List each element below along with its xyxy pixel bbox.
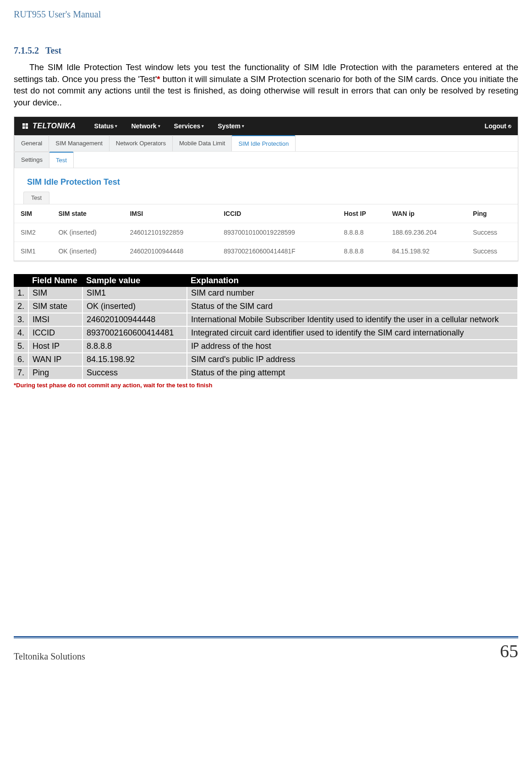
col-iccid: ICCID — [217, 204, 337, 223]
cell-sample: SIM1 — [82, 287, 187, 300]
explain-row: 4. ICCID 8937002160600414481 Integrated … — [14, 326, 518, 340]
explain-row: 3. IMSI 246020100944448 International Mo… — [14, 313, 518, 326]
cell-imsi: 246020100944448 — [123, 242, 217, 261]
cell-sample: OK (inserted) — [82, 300, 187, 313]
cell-exp: Integrated circuit card identifier used … — [187, 326, 518, 340]
cell-iccid: 89370010100019228599 — [217, 223, 337, 242]
main-tabs: General SIM Management Network Operators… — [14, 135, 518, 152]
tab-sim-management[interactable]: SIM Management — [49, 135, 110, 151]
cell-index: 4. — [14, 326, 28, 340]
cell-ping: Success — [466, 223, 518, 242]
cell-index: 3. — [14, 313, 28, 326]
col-imsi: IMSI — [123, 204, 217, 223]
cell-sample: 84.15.198.92 — [82, 353, 187, 366]
nav-label: System — [218, 122, 241, 130]
explain-row: 1. SIM SIM1 SIM card number — [14, 287, 518, 300]
cell-sample: Success — [82, 366, 187, 379]
col-wan-ip: WAN ip — [386, 204, 466, 223]
cell-field: SIM state — [28, 300, 82, 313]
nav-status[interactable]: Status▾ — [94, 122, 118, 130]
cell-sample: 8937002160600414481 — [82, 326, 187, 340]
col-index — [14, 274, 28, 287]
section-number: 7.1.5.2 — [14, 45, 39, 55]
nav-label: Status — [94, 122, 114, 130]
cell-exp: Status of the ping attempt — [187, 366, 518, 379]
footnote: *During test phase do not commit any act… — [14, 382, 518, 389]
intro-paragraph: The SIM Idle Protection Test window lets… — [14, 61, 518, 108]
cell-index: 7. — [14, 366, 28, 379]
nav-label: Network — [131, 122, 156, 130]
explanation-table: Field Name Sample value Explanation 1. S… — [14, 274, 518, 380]
cell-sample: 246020100944448 — [82, 313, 187, 326]
cell-host: 8.8.8.8 — [338, 242, 386, 261]
cell-index: 5. — [14, 340, 28, 353]
results-table: SIM SIM state IMSI ICCID Host IP WAN ip … — [14, 204, 518, 261]
table-row: SIM2 OK (inserted) 246012101922859 89370… — [14, 223, 518, 242]
cell-iccid: 8937002160600414481F — [217, 242, 337, 261]
tab-mobile-data-limit[interactable]: Mobile Data Limit — [172, 135, 232, 151]
col-sample-value: Sample value — [82, 274, 187, 287]
col-sim: SIM — [14, 204, 52, 223]
cell-sim: SIM1 — [14, 242, 52, 261]
chevron-down-icon: ▾ — [202, 124, 204, 128]
screenshot-panel: TELTONIKA Status▾ Network▾ Services▾ Sys… — [14, 116, 518, 261]
section-title-text: Test — [45, 45, 61, 55]
cell-ping: Success — [466, 242, 518, 261]
cell-host: 8.8.8.8 — [338, 223, 386, 242]
cell-exp: SIM card's public IP address — [187, 353, 518, 366]
cell-sample: 8.8.8.8 — [82, 340, 187, 353]
doc-header: RUT955 User's Manual — [14, 9, 518, 22]
cell-exp: SIM card number — [187, 287, 518, 300]
cell-state: OK (inserted) — [52, 223, 123, 242]
tab-sim-idle-protection[interactable]: SIM Idle Protection — [231, 135, 296, 151]
brand-icon — [21, 121, 30, 131]
section-heading: 7.1.5.2Test — [14, 45, 518, 56]
logout-label: Logout — [485, 122, 506, 130]
sub-tabs: Settings Test — [14, 152, 518, 168]
col-sim-state: SIM state — [52, 204, 123, 223]
cell-field: IMSI — [28, 313, 82, 326]
subtab-settings[interactable]: Settings — [14, 152, 49, 168]
subtab-test[interactable]: Test — [49, 152, 74, 168]
mini-tabs: Test — [14, 192, 518, 204]
cell-exp: Status of the SIM card — [187, 300, 518, 313]
table-header-row: SIM SIM state IMSI ICCID Host IP WAN ip … — [14, 204, 518, 223]
cell-index: 1. — [14, 287, 28, 300]
cell-sim: SIM2 — [14, 223, 52, 242]
col-field-name: Field Name — [28, 274, 82, 287]
nav-network[interactable]: Network▾ — [131, 122, 160, 130]
cell-exp: International Mobile Subscriber Identity… — [187, 313, 518, 326]
panel-title: SIM Idle Protection Test — [14, 168, 518, 192]
table-row: SIM1 OK (inserted) 246020100944448 89370… — [14, 242, 518, 261]
page-number: 65 — [500, 639, 518, 662]
cell-wan: 188.69.236.204 — [386, 223, 466, 242]
chevron-down-icon: ▾ — [242, 124, 244, 128]
cell-imsi: 246012101922859 — [123, 223, 217, 242]
col-ping: Ping — [466, 204, 518, 223]
nav-services[interactable]: Services▾ — [174, 122, 204, 130]
explain-header-row: Field Name Sample value Explanation — [14, 274, 518, 287]
nav-system[interactable]: System▾ — [218, 122, 244, 130]
cell-index: 6. — [14, 353, 28, 366]
tab-network-operators[interactable]: Network Operators — [109, 135, 173, 151]
brand-text: TELTONIKA — [33, 122, 76, 130]
explain-row: 7. Ping Success Status of the ping attem… — [14, 366, 518, 379]
explain-row: 5. Host IP 8.8.8.8 IP address of the hos… — [14, 340, 518, 353]
top-bar: TELTONIKA Status▾ Network▾ Services▾ Sys… — [14, 117, 518, 135]
footer-left: Teltonika Solutions — [14, 648, 85, 662]
minitab-test[interactable]: Test — [23, 192, 49, 204]
explain-row: 2. SIM state OK (inserted) Status of the… — [14, 300, 518, 313]
cell-state: OK (inserted) — [52, 242, 123, 261]
cell-wan: 84.15.198.92 — [386, 242, 466, 261]
brand-logo[interactable]: TELTONIKA — [21, 121, 76, 131]
cell-field: WAN IP — [28, 353, 82, 366]
logout-button[interactable]: Logout⎋ — [485, 122, 511, 130]
nav-label: Services — [174, 122, 201, 130]
cell-exp: IP address of the host — [187, 340, 518, 353]
tab-general[interactable]: General — [14, 135, 49, 151]
col-host-ip: Host IP — [338, 204, 386, 223]
cell-index: 2. — [14, 300, 28, 313]
logout-icon: ⎋ — [508, 123, 511, 129]
cell-field: SIM — [28, 287, 82, 300]
cell-field: Host IP — [28, 340, 82, 353]
